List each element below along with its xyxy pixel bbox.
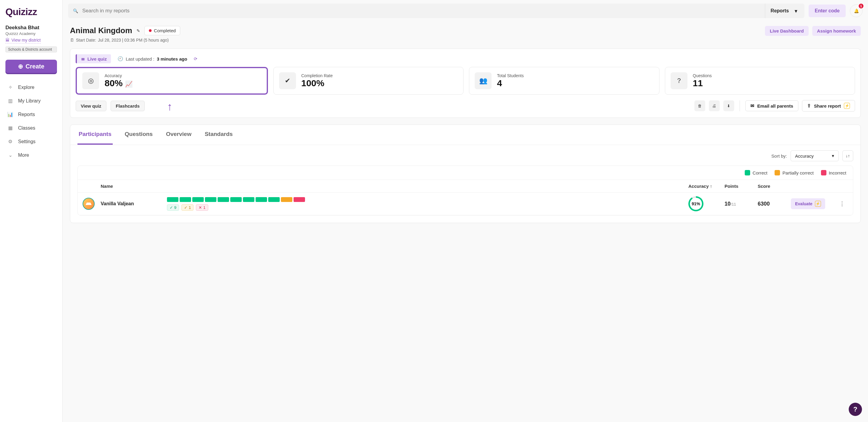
status-label: Completed [154, 28, 176, 33]
topbar: 🔍 Reports ▾ Enter code 🔔 1 [63, 0, 868, 19]
stat-label: Accuracy [104, 73, 133, 78]
correct-pill: ✓ 9 [167, 204, 179, 211]
question-icon: ？ [671, 72, 687, 89]
view-district-label: View my district [11, 38, 41, 42]
user-name: Deeksha Bhat [5, 25, 57, 31]
stat-accuracy: ◎ Accuracy 80% 📈 [76, 67, 268, 95]
trash-icon: 🗑 [698, 104, 702, 108]
stat-value: 80% [104, 78, 123, 88]
live-quiz-chip[interactable]: ≣ Live quiz [76, 54, 111, 63]
row-menu-button[interactable]: ⋮ [836, 201, 848, 207]
evaluate-button[interactable]: Evaluate ⚡ [791, 198, 825, 209]
updated-prefix: Last updated : [126, 56, 154, 61]
sidebar-item-label: My Library [18, 98, 41, 104]
clock-icon: 🕘 [118, 56, 123, 61]
tab-participants[interactable]: Participants [78, 125, 113, 145]
sort-asc-icon: ↑ [710, 184, 712, 189]
svg-text:Quizizz: Quizizz [5, 6, 37, 17]
quizizz-logo-icon: Quizizz [5, 5, 54, 18]
sidebar-item-settings[interactable]: ⚙ Settings [5, 135, 57, 147]
create-button[interactable]: ⊕ Create [5, 60, 57, 73]
search-bar[interactable]: 🔍 Reports ▾ [68, 4, 804, 18]
col-accuracy[interactable]: Accuracy ↑ [688, 184, 724, 189]
flashcards-button[interactable]: Flashcards [111, 101, 145, 111]
print-button[interactable]: 🖨 [709, 100, 720, 111]
logo: Quizizz [5, 3, 57, 25]
stat-students: 👥 Total Students 4 [469, 67, 659, 95]
sidebar-item-classes[interactable]: ▦ Classes [5, 122, 57, 134]
participant-name: Vanilla Valjean [101, 201, 167, 207]
sidebar-nav: ✧ Explore ▥ My Library 📊 Reports ▦ Class… [5, 81, 57, 161]
legend-partial-label: Partially correct [782, 170, 813, 175]
view-quiz-button[interactable]: View quiz [76, 101, 106, 111]
sidebar-item-explore[interactable]: ✧ Explore [5, 81, 57, 93]
sort-by-label: Sort by: [771, 153, 787, 158]
people-icon: 👥 [475, 72, 492, 89]
bell-icon: 🔔 [854, 8, 859, 13]
notifications-button[interactable]: 🔔 1 [850, 4, 863, 17]
edit-icon[interactable]: ✎ [136, 28, 140, 33]
legend-correct-swatch [745, 170, 750, 175]
notifications-count-badge: 1 [858, 3, 864, 9]
enter-code-button[interactable]: Enter code [809, 4, 846, 17]
start-date: 🗓 Start Date: Jul 28, 2023 | 03:36 PM (5… [70, 38, 180, 42]
plus-icon: ⊕ [18, 63, 23, 70]
help-button[interactable]: ? [849, 403, 862, 416]
gear-icon: ⚙ [7, 139, 13, 144]
caret-down-icon: ▾ [832, 153, 834, 158]
stat-value: 100% [301, 78, 333, 88]
assign-homework-button[interactable]: Assign homework [812, 26, 861, 36]
tab-standards[interactable]: Standards [204, 125, 234, 145]
stat-value: 4 [497, 78, 524, 88]
sidebar-item-label: Reports [18, 112, 35, 117]
participants-section: Participants Questions Overview Standard… [70, 124, 861, 223]
live-dashboard-button[interactable]: Live Dashboard [765, 26, 809, 36]
tab-overview[interactable]: Overview [165, 125, 193, 145]
compass-icon: ✧ [7, 84, 13, 90]
sidebar-item-label: More [18, 153, 29, 158]
target-icon: ◎ [82, 72, 99, 89]
chevron-down-icon: ⌄ [7, 152, 13, 158]
status-chip: Completed [144, 26, 181, 35]
sidebar-item-reports[interactable]: 📊 Reports [5, 109, 57, 120]
caret-down-icon: ▾ [795, 8, 797, 14]
refresh-icon[interactable]: ⟳ [194, 56, 197, 61]
live-quiz-label: Live quiz [87, 56, 107, 61]
view-district-link[interactable]: 🏛 View my district [5, 38, 41, 43]
legend: Correct Partially correct Incorrect [78, 166, 853, 180]
callout-arrow-icon: ↑ [167, 100, 173, 113]
summary-card: ≣ Live quiz 🕘 Last updated : 3 minutes a… [70, 49, 861, 118]
list-icon: ≣ [81, 56, 85, 61]
email-parents-button[interactable]: ✉ Email all parents [745, 100, 798, 111]
incorrect-pill: ✕ 1 [196, 204, 208, 211]
status-dot-icon [149, 29, 152, 32]
share-report-button[interactable]: ⇪ Share report ⚡ [802, 100, 855, 112]
search-input[interactable] [82, 8, 763, 14]
print-icon: 🖨 [712, 104, 716, 108]
search-icon: 🔍 [73, 8, 78, 13]
download-button[interactable]: ⬇ [723, 100, 734, 111]
report-header: Animal Kingdom ✎ Completed 🗓 Start Date:… [63, 19, 868, 44]
col-points: Points [724, 184, 758, 189]
legend-incorrect-swatch [821, 170, 827, 175]
bolt-icon: ⚡ [815, 201, 821, 207]
legend-incorrect-label: Incorrect [829, 170, 846, 175]
sidebar-item-more[interactable]: ⌄ More [5, 149, 57, 161]
search-scope-select[interactable]: Reports ▾ [765, 4, 803, 18]
sort-select[interactable]: Accuracy ▾ [790, 150, 839, 161]
check-circle-icon: ✔ [279, 72, 296, 89]
sidebar-item-library[interactable]: ▥ My Library [5, 95, 57, 107]
accuracy-ring: 91% [688, 196, 704, 211]
sort-value: Accuracy [795, 153, 814, 158]
divider [740, 100, 740, 111]
table-row[interactable]: Vanilla Valjean ✓ 9 ✓ 1 ✕ 1 [78, 192, 853, 215]
last-updated: 🕘 Last updated : 3 minutes ago [118, 56, 187, 61]
sidebar: Quizizz Deeksha Bhat Quizizz Academy 🏛 V… [0, 0, 63, 422]
stat-label: Total Students [497, 73, 524, 78]
create-label: Create [26, 63, 44, 70]
tab-questions[interactable]: Questions [124, 125, 154, 145]
sort-direction-button[interactable]: ↓↑ [842, 150, 853, 161]
evaluate-label: Evaluate [795, 201, 812, 206]
delete-button[interactable]: 🗑 [694, 100, 705, 111]
bolt-icon: ⚡ [844, 103, 850, 109]
